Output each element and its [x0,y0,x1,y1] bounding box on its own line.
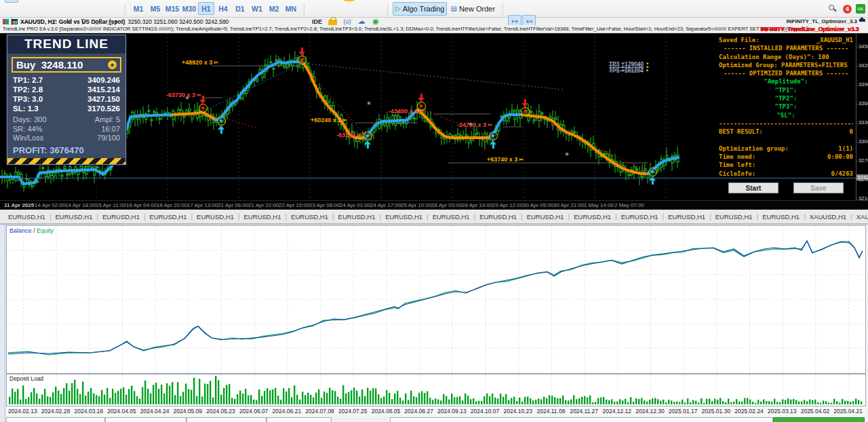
notifications-button[interactable]: 4 [841,2,854,16]
time-axis-label: 24 Apr 01:00 [340,202,370,208]
tester-date-label: 2024.05.09 [174,408,203,415]
start-button[interactable]: Start [728,183,778,193]
chart-tab-eurusd-h1[interactable]: EURUSD,H1 [617,211,663,223]
search-button[interactable] [826,2,840,16]
chart-tab-bar: EURUSD,H1|EURUSD,H1|EURUSD,H1|EURUSD,H1|… [0,210,868,224]
tester-date-label: 2024.07.08 [305,408,334,415]
timeframe-button-m5[interactable]: M5 [147,2,163,15]
chart-tab-eurusd-h1[interactable]: EURUSD,H1 [334,211,380,223]
price-axis-label: -3300 [856,138,868,145]
chart-tab-eurusd-h1[interactable]: EURUSD,H1 [381,211,427,223]
chart-tab-eurusd-h1[interactable]: EURUSD,H1 [52,211,97,223]
chart-tab-eurusd-h1[interactable]: EURUSD,H1 [664,211,709,223]
optimizer-row: Optimization group:1(1) [719,145,853,153]
time-axis-label: 23 Apr 08:00 [309,202,340,208]
time-axis-label: 25 Apr 10:00 [401,202,431,208]
chart-tab-eurusd-h1[interactable]: EURUSD,H1 [98,211,144,223]
partial-bottom-row [6,417,866,422]
chart-template-icon[interactable]: ~▾ [309,0,323,3]
time-axis-label: 16 Apr 04:00 [126,202,157,208]
balance-equity-legend: Balance / Equity [9,227,54,234]
price-axis[interactable]: -3480-3450-3420-3390-3360-3330-3300-3270… [856,33,868,200]
chart-tab-eurusd-h1[interactable]: EURUSD,H1 [240,211,285,223]
chart-tab-eurusd-h1[interactable]: EURUSD,H1 [758,211,804,223]
indicators-icon[interactable]: ⊞▾ [324,0,340,3]
currency-icon[interactable]: $ [341,0,357,3]
tester-panel: Balance / Equity Deposit Load 2024.02.13… [0,224,868,422]
crosshair-tool[interactable]: + [19,0,33,3]
sell-signal-marker: ★ [296,47,307,64]
deposit-load-bars [7,375,865,406]
timeframe-button-h4[interactable]: H4 [215,2,231,15]
toolbar-separator [387,3,388,15]
time-axis[interactable]: 11 Apr 202514 Apr 02:0014 Apr 18:0015 Ap… [0,200,868,210]
chart-tab-xauusd-h1[interactable]: XAUUSD,H1 [806,211,850,223]
price-axis-label: -3390 [856,81,868,88]
time-axis-label: 11 Apr 2025 [4,202,34,208]
neutral-signal-marker: ★ [366,100,372,107]
timeframe-button-d1[interactable]: D1 [232,2,248,15]
new-order-button[interactable]: ▤ New Order [448,2,498,16]
tester-date-label: 2025.01.30 [702,408,731,415]
timeframe-button-mn[interactable]: MN [283,2,299,15]
tester-date-label: 2024.07.25 [338,408,368,415]
buy-signal-marker: ★ [488,132,498,149]
chart-tab-eurusd-h1[interactable]: EURUSD,H1 [287,211,332,223]
chart-tab-eurusd-h1[interactable]: EURUSD,H1 [475,211,521,223]
chart-tab-eurusd-h1[interactable]: EURUSD,H1 [711,211,757,223]
tp-result-labels: TP3 +179040•TP2 +167196•TP1 +161194• [609,62,648,73]
buy-arrow-icon [367,145,369,149]
ea-params-row: TrendLine PRO EA v.3.0 [Separator2=/////… [0,25,868,33]
chart-tab-eurusd-h1[interactable]: EURUSD,H1 [193,211,238,223]
timeframe-button-w1[interactable]: W1 [249,2,265,15]
chart-tab-eurusd-h1[interactable]: EURUSD,H1 [570,211,615,223]
tester-date-label: 2024.03.18 [74,408,103,415]
cursor-tool[interactable]: ↖ [5,0,18,3]
price-axis-label: -3420 [856,62,868,69]
zoom-in-icon[interactable]: ⊕ [508,0,521,3]
search-icon [829,5,837,13]
balance-equity-chart[interactable]: Balance / Equity [6,225,866,374]
chart-tab-xauusd-h1[interactable]: XAUUSD,H1 [852,211,868,223]
buy-star-icon: ★ [489,132,498,140]
tester-date-label: 2024.10.23 [503,408,532,415]
tester-date-label: 2025.04.21 [833,408,863,415]
graduation-cap-icon [859,19,865,22]
chart-tab-eurusd-h1[interactable]: EURUSD,H1 [146,211,191,223]
stat-row: Win/Loss79/100 [7,134,125,143]
tester-date-label: 2024.09.13 [437,408,467,415]
price-axis-label: -3330 [856,119,868,126]
chart-tab-eurusd-h1[interactable]: EURUSD,H1 [429,211,474,223]
buy-signal-marker: ★ [647,168,658,185]
main-chart-area[interactable]: -3480-3450-3420-3390-3360-3330-3300-3270… [0,33,868,200]
optimizer-row [719,137,853,145]
deposit-load-panel[interactable]: Deposit Load [6,374,866,406]
save-button[interactable]: Save [793,183,844,193]
buy-signal-marker: ★ [362,132,373,149]
toolbar-separator [304,3,304,15]
chart-tab-eurusd-h1[interactable]: EURUSD,H1 [4,211,50,223]
optimizer-row: Calculation Range (Days)": 100 [719,54,853,62]
timeframe-button-m15[interactable]: M15 [164,2,180,15]
window-menu-icon[interactable] [3,19,9,24]
tile-windows-icon[interactable]: ⊞ [536,0,550,3]
play-icon: ▷ [395,5,401,12]
tester-date-label: 2024.12.30 [635,408,665,415]
timeframe-button-m1[interactable]: M1 [130,2,146,15]
zoom-out-icon[interactable]: ⊖ [522,0,536,3]
time-axis-label: 28 Apr 03:00 [431,202,462,208]
time-axis-label: 24 Apr 17:00 [370,202,401,208]
partial-cell [390,417,773,422]
tester-date-label: 2024.04.24 [140,408,170,415]
timeframe-button-m30[interactable]: M30 [181,2,197,15]
chart-tab-eurusd-h1[interactable]: EURUSD,H1 [523,211,568,223]
algo-trading-button[interactable]: ▷ Algo Trading [393,2,447,16]
levels-icon[interactable]: LVL [856,4,865,14]
timeframe-button-h1[interactable]: H1 [198,2,214,15]
tester-date-label: 2025.03.13 [768,408,797,415]
time-axis-label: 17 Apr 13:00 [187,202,218,208]
buy-star-icon: ★ [363,132,372,140]
timeframe-button-m2[interactable]: M2 [266,2,282,15]
time-axis-label: 2 May 07:00 [614,202,644,208]
time-axis-label: 22 Apr 15:00 [279,202,309,208]
